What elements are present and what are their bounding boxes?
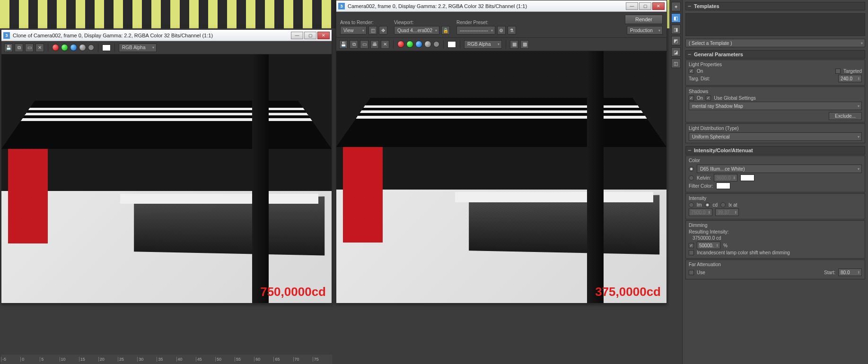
minimize-button[interactable]: —	[291, 32, 303, 39]
dim-pct-checkbox[interactable]: ✓	[689, 243, 694, 248]
exclude-button[interactable]: Exclude...	[829, 112, 862, 120]
bg-swatch[interactable]	[102, 44, 111, 51]
titlebar[interactable]: 3 Clone of Camera002, frame 0, Display G…	[1, 30, 332, 41]
dim-pct-spinner[interactable]: 50000.	[697, 242, 720, 249]
delete-icon[interactable]: ✕	[381, 40, 389, 49]
kelvin-swatch[interactable]	[740, 174, 754, 181]
templates-rollout[interactable]: Templates	[685, 2, 865, 10]
color-preset-radio[interactable]	[689, 166, 694, 172]
bg-swatch[interactable]	[447, 41, 456, 48]
targdist-spinner[interactable]: 240.0	[838, 75, 862, 82]
close-button[interactable]: ✕	[317, 32, 330, 39]
render-output-right: 375,0000cd	[336, 51, 666, 303]
channel-green-icon[interactable]	[61, 44, 68, 51]
tab-utilities-icon[interactable]: ◫	[671, 59, 681, 68]
mono-icon[interactable]	[433, 41, 439, 47]
start-spinner[interactable]: 80.0	[838, 269, 862, 276]
int-val1-spinner[interactable]: 7500.0	[689, 208, 712, 216]
viewport-label: Viewport:	[394, 20, 450, 25]
copy-icon[interactable]: ⧉	[350, 40, 358, 49]
mono-icon[interactable]	[88, 44, 94, 51]
print-icon[interactable]: 🖶	[370, 40, 379, 49]
frame-toolbar: 💾 ⧉ ▭ ✕ RGB Alpha	[1, 41, 332, 54]
minimize-button[interactable]: —	[626, 2, 638, 10]
use-checkbox[interactable]	[689, 270, 694, 275]
save-icon[interactable]: 💾	[4, 43, 13, 52]
ruler-tick: 30	[137, 357, 157, 362]
delete-icon[interactable]: ✕	[35, 43, 44, 52]
tab-display-icon[interactable]: ◪	[671, 47, 681, 57]
dist-dropdown[interactable]: Uniform Spherical	[689, 132, 862, 141]
filter-swatch[interactable]	[716, 182, 730, 189]
use-label: Use	[697, 270, 705, 275]
preset-load-icon[interactable]: ⚗	[508, 26, 516, 35]
dimming-group: Dimming Resulting Intensity: 3750000.0 c…	[685, 220, 865, 259]
command-panel: ✦ ◧ ◨ ◩ ◪ ◫ Templates ( Select a Templat…	[669, 0, 868, 364]
viewport-dropdown[interactable]: Quad 4…era002	[394, 26, 439, 35]
channel-red-icon[interactable]	[397, 41, 404, 48]
tab-hierarchy-icon[interactable]: ◨	[671, 25, 681, 34]
render-output-left: 750,0000cd	[1, 54, 332, 303]
channel-alpha-icon[interactable]	[424, 41, 431, 48]
faratten-label: Far Attenuation	[689, 262, 862, 267]
on-checkbox[interactable]: ✓	[689, 69, 694, 74]
color-preset-dropdown[interactable]: D65 Illum…ce White)	[697, 165, 862, 173]
timeline-ruler[interactable]: -5051015202530354045505560657075	[1, 355, 332, 364]
channel-green-icon[interactable]	[406, 41, 413, 48]
render-setup-bar: Area to Render: View ◫ ✥ Viewport: Quad …	[336, 12, 666, 38]
area-dropdown[interactable]: View	[340, 26, 367, 35]
ruler-tick: 20	[98, 357, 118, 362]
overlay-a-icon[interactable]: ▦	[510, 40, 518, 49]
general-rollout[interactable]: General Parameters	[685, 50, 865, 59]
distribution-group: Light Distribution (Type) Uniform Spheri…	[685, 123, 865, 143]
channel-dropdown[interactable]: RGB Alpha	[119, 43, 157, 52]
lx-radio[interactable]	[720, 202, 726, 208]
clone-icon[interactable]: ▭	[360, 40, 368, 49]
filter-label: Filter Color:	[689, 183, 713, 189]
window-title: Camera002, frame 0, Display Gamma: 2.2, …	[348, 3, 626, 9]
kelvin-spinner[interactable]: 3600.0	[714, 174, 737, 182]
intensity-overlay-right: 375,0000cd	[595, 285, 661, 299]
channel-blue-icon[interactable]	[70, 44, 77, 51]
crop-icon[interactable]: ✥	[379, 26, 387, 35]
preset-save-icon[interactable]: ⚙	[497, 26, 506, 35]
maximize-button[interactable]: ▢	[639, 2, 651, 10]
render-button[interactable]: Render	[625, 15, 663, 24]
maximize-button[interactable]: ▢	[304, 32, 316, 39]
titlebar[interactable]: 3 Camera002, frame 0, Display Gamma: 2.2…	[336, 0, 666, 12]
clone-icon[interactable]: ▭	[25, 43, 34, 52]
light-properties-group: Light Properties ✓ On Targeted Targ. Dis…	[685, 60, 865, 86]
close-button[interactable]: ✕	[652, 2, 665, 10]
frame-toolbar: 💾 ⧉ ▭ 🖶 ✕ RGB Alpha ▦ ▩	[336, 38, 666, 51]
ruler-tick: 45	[196, 357, 215, 362]
on-label: On	[697, 69, 703, 74]
channel-red-icon[interactable]	[52, 44, 59, 51]
save-icon[interactable]: 💾	[339, 40, 348, 49]
cd-radio[interactable]	[705, 202, 710, 208]
preset-dropdown[interactable]: ------------------	[456, 26, 495, 35]
copy-icon[interactable]: ⧉	[15, 43, 23, 52]
shadow-type-dropdown[interactable]: mental ray Shadow Map	[689, 102, 862, 110]
tab-motion-icon[interactable]: ◩	[671, 36, 681, 45]
intensity-rollout[interactable]: Intensity/Color/Attenuat	[685, 146, 865, 155]
lock-icon[interactable]: 🔒	[441, 26, 450, 35]
frame-window-main: 3 Camera002, frame 0, Display Gamma: 2.2…	[336, 0, 667, 303]
template-select[interactable]: ( Select a Template )	[685, 39, 865, 47]
shadows-on-checkbox[interactable]: ✓	[689, 95, 694, 101]
overlay-b-icon[interactable]: ▩	[520, 40, 529, 49]
region-icon[interactable]: ◫	[368, 26, 377, 35]
int-val2-spinner[interactable]: 39.37	[715, 208, 739, 216]
tab-modify-icon[interactable]: ◧	[671, 13, 681, 23]
lm-radio[interactable]	[689, 202, 694, 208]
channel-dropdown[interactable]: RGB Alpha	[464, 40, 502, 49]
tab-create-icon[interactable]: ✦	[671, 2, 681, 11]
targeted-checkbox[interactable]	[835, 69, 841, 74]
channel-alpha-icon[interactable]	[79, 44, 86, 51]
channel-blue-icon[interactable]	[415, 41, 422, 48]
dimming-label: Dimming	[689, 223, 862, 228]
incand-checkbox[interactable]	[689, 250, 694, 255]
use-global-checkbox[interactable]: ✓	[706, 95, 711, 101]
kelvin-radio[interactable]	[689, 175, 694, 181]
render-mode-dropdown[interactable]: Production	[627, 26, 663, 35]
panel-tab-strip: ✦ ◧ ◨ ◩ ◪ ◫	[669, 0, 683, 364]
